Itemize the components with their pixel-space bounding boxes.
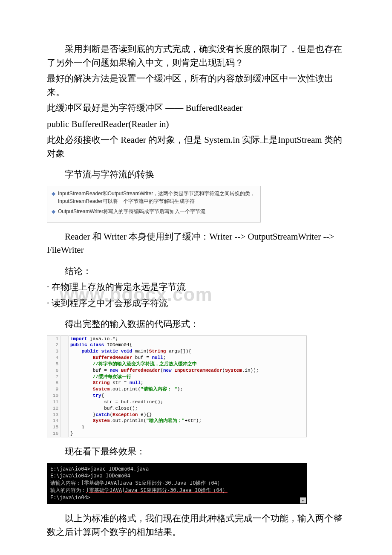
bullet-image: ◆ InputStreamReader和OutputStreamWriter，这… (47, 186, 345, 223)
paragraph: 采用判断是否读到底的方式完成，确实没有长度的限制了，但是也存在了另外一个问题如果… (47, 43, 345, 69)
bullet-item: ◆ OutputStreamWriter将写入的字符编码成字节后写如入一个字节流 (52, 208, 256, 215)
line-number: 15 (47, 424, 61, 431)
line-number: 8 (47, 380, 61, 386)
scroll-down-icon[interactable]: ▾ (300, 497, 306, 503)
code-block: 1import java.io.*; 2public class IODemo0… (47, 335, 307, 438)
bullet-item: ◆ InputStreamReader和OutputStreamWriter，这… (52, 190, 256, 205)
diamond-icon: ◆ (52, 208, 55, 215)
bullet-text: InputStreamReader和OutputStreamWriter，这两个… (58, 190, 256, 205)
heading: 现在看下最终效果： (47, 445, 345, 459)
line-number: 2 (47, 342, 61, 348)
bullet-list: ◆ InputStreamReader和OutputStreamWriter，这… (47, 186, 261, 223)
line-number: 10 (47, 393, 61, 399)
line-number: 14 (47, 418, 61, 424)
line-number: 1 (47, 335, 61, 342)
terminal-output: E:\java\io04>javac IODemo04.java E:\java… (47, 463, 307, 505)
paragraph: 此缓冲区最好是为字符缓冲区 —— BufferedReader (47, 101, 345, 115)
terminal-image: E:\java\io04>javac IODemo04.java E:\java… (47, 463, 345, 505)
line-number: 9 (47, 386, 61, 393)
code-line: public BufferedReader(Reader in) (47, 118, 345, 131)
terminal-line: 请输入内容：[零基础学JAVA]Java SE应用部分-30.Java IO操作… (50, 480, 303, 487)
code-image: 1import java.io.*; 2public class IODemo0… (47, 335, 345, 438)
line-number: 13 (47, 412, 61, 418)
bullet-text: OutputStreamWriter将写入的字符编码成字节后写如入一个字节流 (58, 208, 205, 215)
line-number: 16 (47, 431, 61, 437)
document-page: www.bdocx.com 采用判断是否读到底的方式完成，确实没有长度的限制了，… (0, 0, 392, 555)
line-number: 6 (47, 367, 61, 374)
paragraph: 最好的解决方法是设置一个缓冲区，所有的内容放到缓冲区中一次性读出来。 (47, 72, 345, 99)
line-number: 5 (47, 361, 61, 367)
paragraph: Reader 和 Writer 本身使用到了缓冲：Writer --> Outp… (47, 230, 345, 257)
line-number: 12 (47, 405, 61, 412)
heading: 结论： (47, 265, 345, 278)
line-number: 4 (47, 355, 61, 361)
terminal-line: E:\java\io04>java IODemo04 (50, 472, 303, 480)
heading: 得出完整的输入数据的代码形式： (47, 318, 345, 331)
line-number: 7 (47, 374, 61, 380)
paragraph: 此处必须接收一个 Reader 的对象，但是 System.in 实际上是Inp… (47, 133, 345, 160)
paragraph: 以上为标准的格式，我们现在使用此种格式完成一个功能，输入两个整数之后计算两个数字… (47, 512, 345, 539)
list-item: · 在物理上存放的肯定永远是字节流 (47, 280, 345, 294)
line-number: 3 (47, 348, 61, 355)
terminal-line: E:\java\io04> (50, 494, 303, 501)
terminal-line: E:\java\io04>javac IODemo04.java (50, 465, 303, 473)
list-item: · 读到程序之中才会形成字符流 (47, 297, 345, 310)
heading: 字节流与字符流的转换 (47, 168, 345, 182)
terminal-line: 输入的内容为：[零基础学JAVA]Java SE应用部分-30.Java IO操… (50, 487, 303, 494)
diamond-icon: ◆ (52, 190, 55, 197)
line-number: 11 (47, 399, 61, 405)
